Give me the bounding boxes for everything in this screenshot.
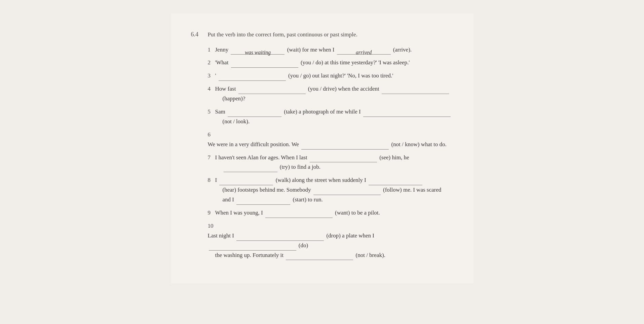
item-text: We were in a very difficult position. We… bbox=[208, 140, 447, 150]
item-text: Jenny was waiting (wait) for me when I a… bbox=[215, 45, 412, 55]
exercise-block: 6.4 Put the verb into the correct form, … bbox=[191, 30, 453, 263]
item-continuation: (hear) footsteps behind me. Somebody (fo… bbox=[215, 185, 442, 195]
item-text: ' (you / go) out last night?' 'No, I was… bbox=[215, 71, 393, 81]
list-item: 4 How fast (you / drive) when the accide… bbox=[208, 84, 453, 104]
item-continuation: (try) to find a job. bbox=[215, 162, 409, 172]
item-number: 7 bbox=[208, 153, 215, 163]
item-text: I haven't seen Alan for ages. When I las… bbox=[215, 153, 409, 172]
blank-7b[interactable] bbox=[224, 165, 277, 172]
item-text: 'What (you / do) at this time yesterday?… bbox=[215, 58, 410, 68]
item-number: 8 bbox=[208, 175, 215, 185]
item-number: 1 bbox=[208, 45, 215, 55]
list-item: 6 We were in a very difficult position. … bbox=[208, 130, 453, 150]
blank-1a[interactable]: was waiting bbox=[231, 48, 285, 55]
blank-8a[interactable] bbox=[219, 178, 273, 185]
blank-1b[interactable]: arrived bbox=[337, 48, 391, 55]
exercise-content: Put the verb into the correct form, past… bbox=[208, 30, 453, 263]
blank-4b[interactable] bbox=[382, 87, 449, 94]
blank-8c[interactable] bbox=[313, 188, 381, 195]
list-item: 10 Last night I (drop) a plate when I (d… bbox=[208, 221, 453, 260]
blank-7a[interactable] bbox=[310, 155, 377, 162]
item-number: 10 bbox=[208, 221, 215, 231]
item-number: 9 bbox=[208, 208, 215, 218]
page: 6.4 Put the verb into the correct form, … bbox=[171, 13, 473, 284]
exercise-title: Put the verb into the correct form, past… bbox=[208, 30, 453, 39]
item-text: When I was young, I (want) to be a pilot… bbox=[215, 208, 380, 218]
blank-3a[interactable] bbox=[219, 73, 286, 81]
exercise-number: 6.4 bbox=[191, 30, 201, 263]
blank-10a[interactable] bbox=[236, 233, 324, 241]
blank-4a[interactable] bbox=[238, 87, 306, 94]
list-item: 9 When I was young, I (want) to be a pil… bbox=[208, 208, 453, 218]
blank-10c[interactable] bbox=[286, 253, 353, 260]
blank-5b[interactable] bbox=[363, 109, 451, 117]
item-number: 5 bbox=[208, 107, 215, 117]
item-continuation: the washing up. Fortunately it (not / br… bbox=[208, 251, 453, 260]
list-item: 3 ' (you / go) out last night?' 'No, I w… bbox=[208, 71, 453, 81]
list-item: 5 Sam (take) a photograph of me while I … bbox=[208, 107, 453, 127]
list-item: 8 I (walk) along the street when suddenl… bbox=[208, 175, 453, 205]
item-continuation-2: and I (start) to run. bbox=[215, 195, 442, 205]
blank-10b[interactable] bbox=[209, 243, 296, 250]
list-item: 1 Jenny was waiting (wait) for me when I… bbox=[208, 45, 453, 55]
blank-8b[interactable] bbox=[369, 178, 422, 185]
item-continuation: (happen)? bbox=[215, 94, 450, 104]
blank-5a[interactable] bbox=[228, 109, 281, 117]
item-number: 3 bbox=[208, 71, 215, 81]
item-number: 2 bbox=[208, 58, 215, 68]
blank-9a[interactable] bbox=[265, 210, 333, 218]
item-number: 6 bbox=[208, 130, 215, 140]
blank-6a[interactable] bbox=[301, 142, 389, 149]
item-text: Last night I (drop) a plate when I (do) … bbox=[208, 231, 453, 260]
item-text: I (walk) along the street when suddenly … bbox=[215, 175, 442, 205]
blank-2a[interactable] bbox=[231, 60, 298, 68]
blank-8d[interactable] bbox=[236, 197, 290, 205]
list-item: 2 'What (you / do) at this time yesterda… bbox=[208, 58, 453, 68]
item-continuation: (not / look). bbox=[215, 117, 452, 127]
list-item: 7 I haven't seen Alan for ages. When I l… bbox=[208, 153, 453, 172]
item-text: Sam (take) a photograph of me while I (n… bbox=[215, 107, 452, 127]
item-number: 4 bbox=[208, 84, 215, 94]
items-list: 1 Jenny was waiting (wait) for me when I… bbox=[208, 45, 453, 260]
item-text: How fast (you / drive) when the accident… bbox=[215, 84, 450, 104]
